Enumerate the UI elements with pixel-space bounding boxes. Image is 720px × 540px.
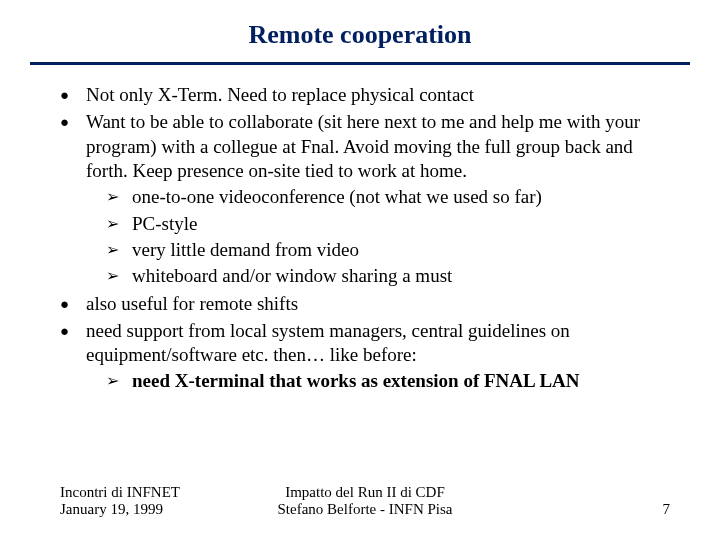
list-item: need support from local system managers,… [60, 319, 670, 394]
list-item: Want to be able to collaborate (sit here… [60, 110, 670, 288]
sub-list: need X-terminal that works as extension … [106, 369, 670, 393]
page-number: 7 [663, 501, 671, 518]
list-item: whiteboard and/or window sharing a must [106, 264, 670, 288]
list-item: very little demand from video [106, 238, 670, 262]
slide: Remote cooperation Not only X-Term. Need… [0, 0, 720, 540]
bullet-text: Want to be able to collaborate (sit here… [86, 111, 640, 181]
list-item: Not only X-Term. Need to replace physica… [60, 83, 670, 107]
list-item: PC-style [106, 212, 670, 236]
footer-date: January 19, 1999 [60, 501, 180, 518]
bullet-list: Not only X-Term. Need to replace physica… [60, 83, 670, 394]
bullet-text: Not only X-Term. Need to replace physica… [86, 84, 474, 105]
bullet-text: also useful for remote shifts [86, 293, 298, 314]
list-item: one-to-one videoconference (not what we … [106, 185, 670, 209]
footer-left: Incontri di INFNET January 19, 1999 [60, 484, 180, 518]
footer-event: Incontri di INFNET [60, 484, 180, 501]
slide-body: Not only X-Term. Need to replace physica… [60, 83, 670, 394]
slide-title: Remote cooperation [0, 0, 720, 62]
slide-footer: Incontri di INFNET January 19, 1999 Impa… [0, 484, 720, 518]
list-item: also useful for remote shifts [60, 292, 670, 316]
bullet-text: whiteboard and/or window sharing a must [132, 265, 452, 286]
bullet-text: PC-style [132, 213, 197, 234]
title-rule [30, 62, 690, 65]
sub-list: one-to-one videoconference (not what we … [106, 185, 670, 288]
bullet-text: need support from local system managers,… [86, 320, 570, 365]
bullet-text: need X-terminal that works as extension … [132, 370, 580, 391]
list-item: need X-terminal that works as extension … [106, 369, 670, 393]
bullet-text: very little demand from video [132, 239, 359, 260]
bullet-text: one-to-one videoconference (not what we … [132, 186, 542, 207]
